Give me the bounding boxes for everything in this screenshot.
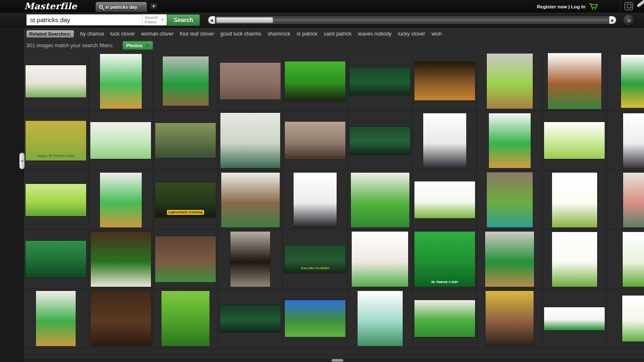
- thumbnail-clover-field-sky[interactable]: [285, 300, 345, 337]
- thumbnail-green-bokeh-clovers[interactable]: [26, 184, 86, 216]
- thumbnail-leprechaun-crossing-sign[interactable]: Leprechaun crossing: [155, 182, 216, 217]
- panel-resize-handle[interactable]: ◂▸: [19, 153, 25, 169]
- related-term[interactable]: wish: [432, 31, 442, 37]
- related-term[interactable]: shamrock: [268, 31, 290, 37]
- thumbnail-green-beer-bar[interactable]: [91, 232, 151, 287]
- thumbnail-cupcake-green-plate[interactable]: [100, 173, 142, 227]
- related-term[interactable]: by chance: [80, 31, 104, 37]
- thumbnail-dark-clover-patch[interactable]: [26, 241, 86, 278]
- result-cell: [89, 171, 153, 229]
- thumbnail-smiling-woman-boppers[interactable]: [294, 173, 337, 227]
- result-cell: [542, 230, 607, 288]
- thumbnail-green-beer-table[interactable]: [487, 54, 533, 109]
- thumbnail-bodhran-drum[interactable]: [414, 62, 475, 100]
- result-cell: [348, 171, 413, 229]
- thumbnail-clover-on-white[interactable]: [414, 181, 475, 218]
- thumbnail-clover-with-stem[interactable]: [552, 173, 597, 227]
- pager-right-arrow[interactable]: ►: [609, 16, 616, 24]
- search-button[interactable]: Search: [167, 14, 200, 26]
- thumbnail-clover-on-trowel[interactable]: [487, 172, 533, 227]
- search-filters-dropdown[interactable]: Search Filters ▼: [142, 14, 167, 25]
- thumbnail-green-beer-mug-2[interactable]: [485, 232, 534, 287]
- chevron-down-icon: ▼: [161, 18, 164, 22]
- horizontal-scrollbar[interactable]: [0, 359, 644, 362]
- result-cell: [24, 230, 89, 288]
- result-cell: [153, 111, 218, 170]
- thumbnail-green-truffles-cloth[interactable]: [220, 63, 281, 99]
- register-login-link[interactable]: Register now | Log In: [537, 4, 585, 9]
- thumbnail-chocolate-cupcakes[interactable]: [221, 173, 280, 227]
- thumbnail-woman-looking-up[interactable]: [623, 113, 644, 168]
- photos-filter-chip[interactable]: Photos ✕: [123, 41, 153, 50]
- result-cell: [218, 171, 283, 229]
- result-cell: [218, 111, 283, 170]
- thumbnail-bulldog-irish[interactable]: [548, 53, 601, 109]
- thumbnail-clover-on-white-2[interactable]: [622, 296, 644, 342]
- thumbnail-pub-friends[interactable]: [155, 236, 216, 282]
- thumbnail-st-patricks-day-card[interactable]: St. Patrick`s DAY: [414, 232, 475, 287]
- thumbnail-green-cupcake-2[interactable]: [489, 113, 531, 168]
- thumbnail-green-cupcake[interactable]: [100, 54, 142, 109]
- thumbnail-shamrocks-on-white-wood[interactable]: [26, 65, 86, 97]
- masterfile-logo[interactable]: Masterfile: [24, 1, 77, 11]
- thumbnail-woman-green-beer[interactable]: [285, 61, 345, 101]
- result-cell: [89, 52, 153, 110]
- related-term[interactable]: st patrick: [296, 31, 317, 37]
- thumbnail-kiss-me-im-irish-wood[interactable]: Kiss Me I'm IRISH: [285, 245, 345, 273]
- result-cell: [348, 52, 413, 110]
- thumbnail-stout-pint[interactable]: [230, 232, 270, 287]
- new-search-tab-button[interactable]: +: [150, 3, 158, 10]
- cart-icon[interactable]: [589, 3, 598, 10]
- thumbnail-cupcake-leprechaun-figurine[interactable]: [36, 291, 76, 346]
- thumbnail-couple-with-stout[interactable]: [486, 291, 534, 346]
- thumbnail-girl-green-hat[interactable]: [351, 173, 409, 227]
- thumbnail-cupcakes-cake-stand[interactable]: [220, 113, 280, 168]
- thumbnail-drink-glasses[interactable]: [285, 122, 345, 159]
- remove-filter-icon[interactable]: ✕: [146, 43, 149, 48]
- thumbnail-cat-green-wood[interactable]: [350, 127, 410, 154]
- thumbnail-green-beer-glasses-row[interactable]: [544, 307, 605, 330]
- related-term[interactable]: woman clover: [141, 31, 174, 37]
- pager-left-arrow[interactable]: ◄: [208, 16, 215, 24]
- thumbnail-pot-of-gold-rainbow-2[interactable]: [220, 305, 281, 332]
- thumbnail-clover-leaves-closeup[interactable]: [161, 291, 210, 346]
- search-icon: [99, 5, 103, 9]
- related-term[interactable]: good luck charms: [220, 31, 261, 37]
- thumbnail-woman-shamrock-boppers[interactable]: [423, 113, 466, 168]
- related-term[interactable]: leaves nobody: [358, 31, 392, 37]
- result-cell: [478, 171, 542, 229]
- thumbnail-clover-curved-stem[interactable]: [552, 232, 597, 287]
- search-input[interactable]: [26, 14, 142, 25]
- result-cell: [153, 289, 218, 348]
- related-term[interactable]: lucky clover: [398, 31, 425, 37]
- horizontal-scrollbar-thumb[interactable]: [332, 359, 343, 362]
- related-searches-row: Related Searches: by chanceluck cloverwo…: [26, 30, 442, 38]
- tools-icon[interactable]: [637, 0, 644, 8]
- search-query-tab[interactable]: st patricks day: [95, 2, 147, 12]
- related-term[interactable]: saint patrick: [324, 31, 352, 37]
- thumbnail-leprechaun-girl-illustration[interactable]: [358, 291, 403, 346]
- result-cell: St. Patrick`s DAY: [413, 230, 478, 288]
- thumbnail-donkey-cart[interactable]: [155, 123, 216, 158]
- thumbnail-light-green-clover[interactable]: [544, 122, 605, 159]
- thumbnail-clover-closeup[interactable]: [623, 232, 644, 287]
- related-term[interactable]: four leaf clover: [180, 31, 214, 37]
- thumbnail-tall-green-drink[interactable]: [91, 291, 151, 346]
- lightbox-icon[interactable]: [624, 2, 633, 10]
- pager-thumb[interactable]: [216, 17, 273, 23]
- thumbnail-happy-st-patricks-bokeh[interactable]: Happy St. Patrick's Day: [26, 121, 86, 161]
- thumbnail-french-bulldog-boa[interactable]: [352, 232, 408, 287]
- filters-label-line1: Search: [145, 15, 158, 20]
- thumbnail-shamrock-cookies[interactable]: [90, 122, 151, 159]
- grid-row: [24, 289, 644, 349]
- result-cell: [348, 111, 413, 170]
- fast-forward-button[interactable]: »: [623, 14, 635, 26]
- account-links[interactable]: Register now | Log In: [537, 3, 598, 10]
- thumbnail-green-beer-mug[interactable]: [163, 56, 209, 106]
- thumbnail-corned-beef[interactable]: [623, 173, 644, 227]
- related-term[interactable]: luck clover: [110, 31, 135, 37]
- thumbnail-toddler-green-hat[interactable]: [414, 300, 475, 337]
- thumbnail-pot-of-gold-rainbow[interactable]: [350, 67, 410, 95]
- pager-track[interactable]: [215, 16, 609, 24]
- thumbnail-leprechaun-hat[interactable]: [621, 55, 644, 108]
